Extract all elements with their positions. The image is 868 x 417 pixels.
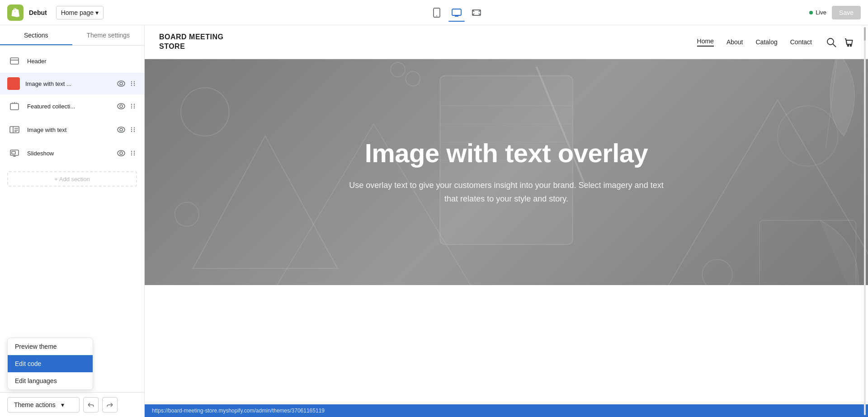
chevron-down-icon: ▾ [61,401,64,408]
search-icon[interactable] [826,37,836,47]
svg-marker-52 [193,136,338,268]
preview-area: BOARD MEETING STORE Home About Catalog C… [145,25,868,417]
svg-point-43 [134,151,135,152]
svg-point-11 [134,81,135,82]
theme-name: Debut [29,9,47,16]
nav-about[interactable]: About [726,38,743,46]
section-item-image-with-text[interactable]: Image with text [0,118,144,141]
svg-rect-2 [452,9,461,15]
svg-point-66 [406,71,420,86]
section-actions-slideshow [116,149,137,157]
svg-point-55 [181,88,229,136]
theme-actions-button[interactable]: Theme actions ▾ [7,397,80,412]
svg-point-42 [131,151,132,152]
svg-point-32 [131,127,132,128]
theme-actions-label: Theme actions [14,401,56,408]
svg-point-46 [131,155,132,155]
chevron-down-icon: ▾ [95,9,99,16]
svg-point-37 [134,131,135,132]
desktop-view-button[interactable] [448,5,465,21]
section-item-featured-collection[interactable]: Featured collecti... [0,94,144,118]
svg-point-40 [118,150,125,156]
main-layout: Sections Theme settings Header Image wit… [0,25,868,417]
live-badge: Live [809,9,826,16]
svg-point-45 [134,153,135,154]
view-switcher [109,5,804,21]
mobile-view-button[interactable] [429,5,445,21]
section-item-image-overlay[interactable]: Image with text ... [0,73,144,94]
tab-sections[interactable]: Sections [0,25,72,45]
sidebar-footer: Preview theme Edit code Edit languages T… [0,392,144,417]
svg-point-57 [778,106,838,166]
add-section[interactable]: + Add section [0,167,144,191]
svg-point-12 [131,83,132,84]
drag-handle-slideshow[interactable] [129,149,137,157]
visibility-toggle-slideshow[interactable] [116,149,126,157]
svg-rect-6 [10,58,19,64]
svg-point-30 [118,127,125,132]
live-indicator [809,11,813,14]
drag-handle-image-text[interactable] [129,126,137,134]
tab-theme-settings[interactable]: Theme settings [72,25,145,45]
topbar-right: Live Save [809,6,861,19]
shopify-logo [7,5,24,21]
drag-handle-featured[interactable] [129,102,137,110]
svg-point-36 [131,131,132,132]
sidebar: Sections Theme settings Header Image wit… [0,25,145,417]
svg-point-31 [120,128,123,131]
svg-point-19 [131,104,132,105]
edit-languages-option[interactable]: Edit languages [8,372,93,389]
status-url: https://board-meeting-store.myshopify.co… [152,408,325,414]
footer-actions: Theme actions ▾ [7,397,137,412]
fullscreen-view-button[interactable] [468,5,485,21]
svg-point-24 [134,108,135,108]
image-overlay-label: Image with text ... [25,80,111,87]
preview-theme-option[interactable]: Preview theme [8,338,93,355]
svg-point-48 [827,38,834,45]
color-thumbnail [7,77,20,90]
edit-code-option[interactable]: Edit code [8,355,93,372]
svg-point-13 [134,83,135,84]
store-nav-icons [826,37,854,47]
visibility-toggle-overlay[interactable] [116,80,126,88]
nav-contact[interactable]: Contact [790,38,812,46]
nav-catalog[interactable]: Catalog [755,38,777,46]
hero-subtitle: Use overlay text to give your customers … [348,179,665,206]
svg-point-33 [134,127,135,128]
visibility-toggle-image-text[interactable] [116,126,126,134]
section-item-header[interactable]: Header [0,49,144,73]
featured-collection-label: Featured collecti... [27,103,111,110]
svg-point-21 [131,106,132,107]
header-icon [7,54,22,68]
svg-point-51 [850,45,852,46]
svg-point-34 [131,129,132,130]
svg-point-41 [120,152,123,155]
svg-point-10 [131,81,132,82]
topbar: Debut Home page ▾ [0,0,868,25]
section-actions-featured [116,102,137,110]
svg-line-49 [833,44,836,47]
svg-rect-25 [10,127,19,133]
hero-section: Image with text overlay Use overlay text… [145,59,868,285]
svg-point-47 [134,155,135,155]
image-with-text-icon [7,122,22,137]
sidebar-tabs: Sections Theme settings [0,25,144,46]
drag-handle-overlay[interactable] [129,80,137,88]
section-item-slideshow[interactable]: Slideshow [0,141,144,165]
svg-point-58 [702,259,732,285]
svg-point-23 [131,108,132,108]
header-label: Header [27,58,137,65]
theme-actions-dropdown: Preview theme Edit code Edit languages [7,337,93,390]
page-selector[interactable]: Home page ▾ [56,6,104,19]
redo-button[interactable] [102,397,118,412]
svg-point-8 [118,81,125,86]
save-button[interactable]: Save [832,6,861,19]
nav-home[interactable]: Home [697,37,714,47]
visibility-toggle-featured[interactable] [116,102,126,110]
svg-point-9 [120,82,123,85]
hero-content: Image with text overlay Use overlay text… [321,120,692,224]
svg-point-50 [848,45,849,46]
undo-button[interactable] [83,397,99,412]
cart-icon[interactable] [844,37,854,47]
svg-point-56 [175,202,199,226]
